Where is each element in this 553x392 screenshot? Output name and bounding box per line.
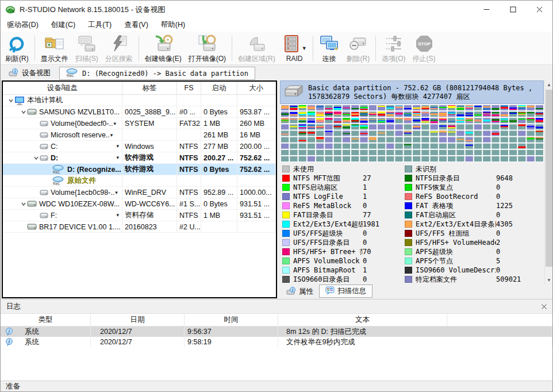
raid-label: RAID	[286, 55, 303, 63]
expand-chevron-icon[interactable]	[20, 109, 27, 115]
expand-chevron-icon[interactable]	[33, 155, 40, 161]
device-tree-row[interactable]: Volume{0bedecf0-..▾SYSTEMFAT321 MB260 MB	[3, 118, 276, 129]
show-files-icon	[44, 34, 65, 55]
legend-item: UFS/FFS超级块0	[282, 229, 379, 238]
maximize-button[interactable]	[500, 1, 526, 18]
legend-label: APFS VolumeBlock	[293, 257, 363, 265]
legend-swatch	[405, 258, 412, 264]
scan-label: 扫描(S)	[75, 55, 98, 63]
tab-label: 扫描信息	[337, 286, 366, 296]
device-tree-row[interactable]: F:▾资料存储NTFS1 MB931.51 ...	[3, 210, 276, 221]
expand-chevron-icon[interactable]	[20, 201, 27, 207]
log-close-icon[interactable]	[542, 304, 547, 309]
scan-scrollbar[interactable]: ▲ ▼	[544, 80, 553, 285]
size-cell	[237, 221, 275, 232]
close-button[interactable]	[526, 1, 552, 18]
log-column-header-3[interactable]: 文本	[278, 314, 447, 326]
toolbar-open-image-button[interactable]: 打开镜像(O)	[185, 33, 229, 64]
legend-label: UFS/FFS目录条目	[293, 238, 363, 248]
dropdown-arrow-icon[interactable]: ▼	[302, 45, 307, 51]
device-tree-panel: 设备/磁盘标签FS启动大小 本地计算机SAMSUNG MZVLB1T0...00…	[2, 80, 277, 298]
device-tree-row[interactable]: SAMSUNG MZVLB1T0...0025_388B_9...#0 ...0…	[3, 106, 276, 118]
device-tree-row[interactable]: Volume{1ecb0c98-..▾WinRE_DRVNTFS952.89 .…	[3, 187, 276, 198]
menu-item-tools[interactable]: 工具(T)	[82, 18, 118, 32]
menu-item-view[interactable]: 查看(V)	[118, 18, 155, 32]
tab-scan-info[interactable]: 扫描信息	[319, 285, 372, 298]
toolbar-raid-button[interactable]: ▼RAID	[279, 33, 310, 64]
column-header-4[interactable]: 大小	[237, 82, 275, 94]
device-name: D:	[51, 154, 58, 162]
tab-device-view[interactable]: i设备视图	[2, 66, 57, 80]
create-image-label: 创建镜像(E)	[145, 55, 182, 63]
scan-block-map[interactable]	[281, 105, 544, 162]
fs-cell: FAT32	[177, 118, 201, 129]
app-window: R-STUDIO Network 8.15.180015 - 设备视图 驱动器(…	[0, 0, 553, 392]
device-tree-row[interactable]: D:▾软件游戏NTFS200.27 ...752.62 ...	[3, 152, 276, 164]
row-dropdown-icon[interactable]: ▾	[116, 212, 119, 218]
toolbar-refresh-button[interactable]: 刷新(R)	[2, 33, 32, 64]
scan-panel-tabs: i属性扫描信息	[281, 285, 372, 298]
log-column-header-1[interactable]: 日期	[91, 314, 185, 326]
column-header-1[interactable]: 标签	[122, 82, 177, 94]
row-dropdown-icon[interactable]: ▾	[115, 190, 118, 195]
legend-label: HFS/HFS+ VolumeHeader	[416, 239, 496, 247]
log-row[interactable]: i系统2020/12/79:56:378m 12s 的 D: 扫描已完成	[1, 326, 552, 337]
refresh-icon	[7, 34, 26, 55]
log-table-header: 类型日期时间文本	[1, 314, 552, 326]
row-dropdown-icon[interactable]: ▾	[116, 143, 119, 149]
menu-item-help[interactable]: 帮助(H)	[155, 18, 191, 32]
column-header-3[interactable]: 启动	[201, 82, 237, 94]
boot-cell: 0 Bytes	[201, 164, 237, 175]
minimize-button[interactable]	[473, 1, 500, 18]
device-tree-row[interactable]: 本地计算机	[3, 95, 276, 106]
scroll-thumb[interactable]	[546, 90, 552, 267]
menu-item-drives[interactable]: 驱动器(D)	[1, 18, 45, 32]
device-name-cell: Volume{1ecb0c98-..▾	[3, 187, 122, 198]
scan-partition-header: Basic data partition - 752.62 GB (808121…	[280, 80, 544, 104]
boot-cell: 0 Bytes	[201, 106, 237, 117]
device-table-header: 设备/磁盘标签FS启动大小	[3, 82, 276, 95]
legend-swatch	[282, 267, 290, 274]
fs-cell: NTFS	[177, 141, 201, 152]
column-header-2[interactable]: FS	[177, 82, 201, 94]
device-tree-row[interactable]: Rec.原始文件	[3, 175, 276, 187]
label-cell: 资料存储	[122, 210, 177, 221]
tab-recognized-partition[interactable]: Rec.D: (Recognized0) -> Basic data parti…	[59, 67, 255, 80]
legend-swatch	[282, 258, 290, 264]
legend-count: 509021	[496, 275, 521, 283]
scroll-down-icon[interactable]: ▼	[545, 276, 553, 285]
log-date-cell: 2020/12/7	[91, 337, 185, 347]
tab-properties[interactable]: i属性	[281, 286, 319, 298]
legend-item: APFS VolumeBlock0	[282, 256, 379, 266]
log-row[interactable]: i系统2020/12/79:58:19文件枚举在9秒内完成	[1, 337, 552, 347]
scroll-up-icon[interactable]: ▲	[545, 80, 553, 89]
deviceview-icon: i	[9, 68, 18, 78]
expand-chevron-icon[interactable]	[7, 98, 14, 103]
log-column-header-2[interactable]: 时间	[185, 314, 278, 326]
row-dropdown-icon[interactable]: ▾	[113, 121, 116, 126]
row-dropdown-icon[interactable]: ▾	[110, 132, 113, 138]
toolbar-connect-button[interactable]: 连接	[316, 33, 343, 64]
device-name-cell: BR17 DEVICE V1.00 1....	[3, 221, 122, 232]
row-dropdown-icon[interactable]: ▾	[116, 155, 119, 160]
device-tree-row[interactable]: BR17 DEVICE V1.00 1....20160823#2 U...	[3, 221, 276, 233]
log-column-header-0[interactable]: 类型	[1, 314, 91, 326]
create-image-icon	[153, 34, 174, 55]
device-name: Microsoft reserve..	[51, 131, 110, 139]
menu-item-create[interactable]: 创建(C)	[45, 18, 82, 32]
toolbar-create-image-button[interactable]: 创建镜像(E)	[141, 33, 185, 64]
toolbar-show-files-button[interactable]: 显示文件	[37, 33, 72, 64]
raid-icon	[282, 34, 301, 55]
svg-text:Rec.: Rec.	[53, 182, 61, 186]
device-tree-row[interactable]: Microsoft reserve..▾261 MB16 MB	[3, 129, 276, 141]
scan-legend-right: 未识别NTFS目录条目9648NTFS恢复点0ReFS BootRecord0F…	[405, 164, 521, 284]
boot-cell: 1 MB	[201, 210, 237, 221]
device-tree-row[interactable]: C:▾WindowsNTFS277 MB200.00 ...	[3, 141, 276, 152]
info-balloon-icon: i	[5, 338, 13, 346]
label-cell: Windows	[122, 141, 177, 152]
device-tree-row[interactable]: WDC WD10EZEX-08W...WD-WCC6Y6...#1 S...0 …	[3, 198, 276, 210]
device-name: WDC WD10EZEX-08W...	[39, 200, 120, 208]
device-tree-row[interactable]: Rec.D: (Recognize...软件游戏NTFS0 Bytes752.6…	[3, 164, 276, 175]
boot-cell: 1 MB	[201, 118, 237, 129]
disk-3d-icon	[283, 83, 305, 101]
